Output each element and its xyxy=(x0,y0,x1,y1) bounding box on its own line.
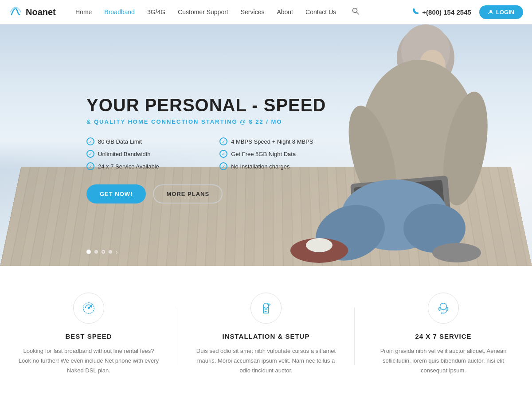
feature-title-service: 24 X 7 SERVICE xyxy=(372,332,514,340)
check-icon-3: ✓ xyxy=(219,150,227,158)
hero-content: YOUR PERSONAL - SPEED & QUALITY HOME CON… xyxy=(86,95,326,203)
setup-icon xyxy=(259,301,273,315)
feature-text-2: Unlimited Bandwidth xyxy=(98,151,151,157)
logo-icon xyxy=(9,5,22,19)
svg-rect-25 xyxy=(446,307,447,310)
feature-title-speed: BEST SPEED xyxy=(18,332,160,340)
speed-icon-circle xyxy=(73,293,104,324)
login-button[interactable]: LOGIN xyxy=(479,5,523,19)
hero-title: YOUR PERSONAL - SPEED xyxy=(86,95,326,115)
check-icon-5: ✓ xyxy=(219,162,227,170)
svg-line-1 xyxy=(357,12,359,15)
feature-card-speed: BEST SPEED Looking for fast broadband wi… xyxy=(0,288,177,384)
slider-dots: › xyxy=(86,248,123,255)
nav-customer-support[interactable]: Customer Support xyxy=(178,8,228,16)
feature-text-5: No Installation charges xyxy=(231,163,289,170)
nav-services[interactable]: Services xyxy=(241,8,265,16)
feature-item-5: ✓ No Installation charges xyxy=(219,162,326,170)
svg-point-19 xyxy=(306,238,332,252)
check-icon-4: ✓ xyxy=(86,162,94,170)
hero-buttons: GET NOW! MORE PLANS xyxy=(86,184,326,203)
feature-title-installation: INSTALLATION & SETUP xyxy=(195,332,337,340)
feature-item-1: ✓ 4 MBPS Speed + Night 8 MBPS xyxy=(219,137,326,145)
hero-subtitle: & QUALITY HOME CONNECTION STARTING @ $ 2… xyxy=(86,118,326,125)
phone-area: +(800) 154 2545 xyxy=(412,8,471,16)
svg-point-18 xyxy=(432,243,481,262)
phone-icon xyxy=(412,8,419,16)
nav-home[interactable]: Home xyxy=(75,8,92,16)
feature-item-0: ✓ 80 GB Data Limit xyxy=(86,137,193,145)
feature-desc-installation: Duis sed odio sit amet nibh vulputate cu… xyxy=(195,346,337,376)
nav-about[interactable]: About xyxy=(277,8,293,16)
hero-subtitle-highlight: STARTING @ $ 22 / MO xyxy=(201,118,282,125)
feature-item-4: ✓ 24 x 7 Service Available xyxy=(86,162,193,170)
headset-icon xyxy=(437,301,450,315)
svg-rect-24 xyxy=(440,307,442,310)
search-button[interactable] xyxy=(352,8,359,16)
slider-dot-4[interactable] xyxy=(109,250,112,254)
site-header: Noanet Home Broadband 3G/4G Customer Sup… xyxy=(0,0,532,24)
setup-icon-circle xyxy=(250,293,282,324)
feature-desc-speed: Looking for fast broadband without line … xyxy=(18,346,160,376)
header-right: +(800) 154 2545 LOGIN xyxy=(412,5,523,19)
features-section: BEST SPEED Looking for fast broadband wi… xyxy=(0,266,532,399)
search-icon xyxy=(352,8,359,15)
check-icon-0: ✓ xyxy=(86,137,94,145)
slider-dot-2[interactable] xyxy=(94,250,98,254)
phone-number: +(800) 154 2545 xyxy=(422,8,471,16)
feature-text-4: 24 x 7 Service Available xyxy=(98,163,159,170)
feature-card-service: 24 X 7 SERVICE Proin gravida nibh vel ve… xyxy=(355,288,532,384)
svg-point-21 xyxy=(88,307,90,309)
check-icon-2: ✓ xyxy=(86,150,94,158)
check-icon-1: ✓ xyxy=(219,137,227,145)
slider-dot-3[interactable] xyxy=(102,250,105,254)
hero-subtitle-static: & QUALITY HOME CONNECTION xyxy=(86,118,199,125)
phone-svg xyxy=(412,8,419,15)
nav-3g4g[interactable]: 3G/4G xyxy=(147,8,165,16)
brand-name: Noanet xyxy=(26,7,56,17)
service-icon-circle xyxy=(428,293,459,324)
feature-text-0: 80 GB Data Limit xyxy=(98,138,142,145)
feature-card-installation: INSTALLATION & SETUP Duis sed odio sit a… xyxy=(177,288,355,384)
feature-item-2: ✓ Unlimited Bandwidth xyxy=(86,150,193,158)
get-now-button[interactable]: GET NOW! xyxy=(86,184,146,203)
svg-point-2 xyxy=(489,10,492,12)
more-plans-button[interactable]: MORE PLANS xyxy=(153,184,223,203)
feature-text-1: 4 MBPS Speed + Night 8 MBPS xyxy=(231,138,313,145)
slider-arrow-next[interactable]: › xyxy=(116,248,123,255)
login-label: LOGIN xyxy=(496,9,514,16)
feature-item-3: ✓ Get Free 5GB Night Data xyxy=(219,150,326,158)
hero-section: YOUR PERSONAL - SPEED & QUALITY HOME CON… xyxy=(0,24,532,266)
feature-text-3: Get Free 5GB Night Data xyxy=(231,151,296,157)
logo[interactable]: Noanet xyxy=(9,5,71,19)
svg-point-26 xyxy=(441,313,442,314)
hero-features: ✓ 80 GB Data Limit ✓ 4 MBPS Speed + Nigh… xyxy=(86,137,326,170)
login-icon xyxy=(488,9,493,15)
speed-icon xyxy=(82,301,95,315)
feature-desc-service: Proin gravida nibh vel velit auctor aliq… xyxy=(372,346,514,376)
main-nav: Home Broadband 3G/4G Customer Support Se… xyxy=(75,8,412,16)
nav-broadband[interactable]: Broadband xyxy=(104,8,135,16)
nav-contact[interactable]: Contact Us xyxy=(305,8,336,16)
slider-dot-1[interactable] xyxy=(86,250,91,254)
